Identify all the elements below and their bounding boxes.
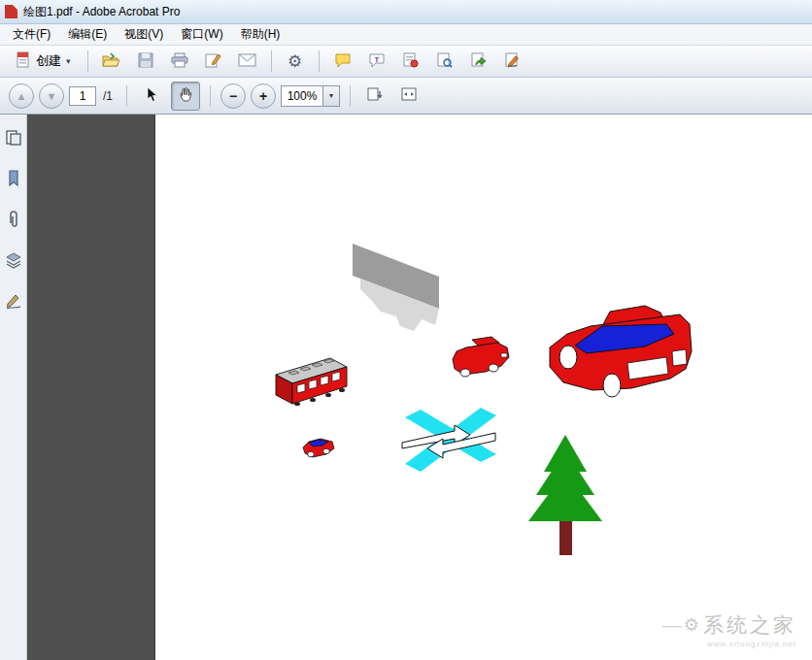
page-thumbnails-icon [5,129,22,147]
compose-pencil-icon [205,52,221,71]
comment-bubble-icon [334,52,352,71]
menu-view[interactable]: 视图(V) [116,23,172,46]
main-toolbar: 创建 ▾ ⚙ T [0,46,812,78]
sticky-note-button[interactable] [327,48,358,75]
sign-button[interactable] [497,48,528,75]
text-edits-button[interactable]: T [361,48,392,75]
layers-panel-button[interactable] [4,250,23,270]
envelope-icon [238,53,256,70]
create-caret-icon: ▾ [66,56,71,66]
bookmark-icon [6,170,21,187]
signatures-panel-button[interactable] [4,291,23,311]
page-thumbnails-panel-button[interactable] [4,128,23,148]
watermark: — ⚙ 系统之家 www.xitongzhijia.net [662,611,796,648]
select-cursor-icon [145,86,158,106]
previous-page-button[interactable]: ▲ [9,83,34,109]
svg-text:T: T [374,54,379,63]
gear-icon: ⚙ [288,53,302,70]
preferences-button[interactable]: ⚙ [280,48,311,75]
next-page-button[interactable]: ▼ [39,83,64,109]
chevron-down-icon: ▾ [322,86,339,106]
search-doc-icon [436,52,453,71]
open-file-button[interactable] [96,48,127,75]
paperclip-icon [7,210,20,229]
scrolling-page-icon [366,86,384,105]
page-count-label: /1 [103,89,113,103]
toolbar-separator [319,50,320,72]
menu-edit[interactable]: 编辑(E) [59,23,116,46]
small-red-car-drawing [453,337,509,377]
toolbar-separator [87,50,88,72]
road-crossing-drawing [402,408,496,472]
toolbar-separator [350,85,351,107]
watermark-dash: — [662,614,680,637]
zoom-out-button[interactable]: − [220,83,246,109]
plus-icon: + [259,88,267,104]
print-button[interactable] [164,48,195,75]
save-floppy-icon [138,52,153,71]
signature-pen-icon [5,292,22,310]
zoom-in-button[interactable]: + [251,83,276,109]
watermark-subtext: www.xitongzhijia.net [707,640,796,648]
menu-bar: 文件(F) 编辑(E) 视图(V) 窗口(W) 帮助(H) [0,24,812,46]
menu-help[interactable]: 帮助(H) [232,23,289,46]
page-navigation-toolbar: ▲ ▼ /1 − + 100% ▾ [0,78,812,115]
layers-icon [5,251,22,269]
fit-page-icon [400,86,418,105]
scrolling-mode-button[interactable] [360,82,389,111]
open-folder-icon [102,52,120,71]
email-button[interactable] [232,48,263,75]
pine-tree-drawing [528,435,602,555]
toolbar-separator [126,85,127,107]
hand-tool-button[interactable] [171,82,200,111]
toolbar-separator [271,50,272,72]
stamp-tool-button[interactable] [395,48,426,75]
find-comment-button[interactable] [429,48,460,75]
navigation-pane-strip [0,115,27,660]
window-title: 绘图1.pdf - Adobe Acrobat Pro [23,4,180,20]
sign-pen-icon [504,52,521,71]
large-red-car-drawing [550,306,692,397]
watermark-gear-icon: ⚙ [684,614,699,636]
create-button[interactable]: 创建 ▾ [6,48,80,75]
minus-icon: − [229,88,237,104]
title-bar: 绘图1.pdf - Adobe Acrobat Pro [0,0,812,24]
tiny-red-car-drawing [303,439,334,457]
menu-file[interactable]: 文件(F) [4,23,59,46]
share-button[interactable] [463,48,494,75]
red-train-drawing [276,358,347,406]
gray-truck-drawing [353,244,439,331]
navigation-pane[interactable] [27,115,155,660]
menu-window[interactable]: 窗口(W) [172,23,231,46]
zoom-level-value: 100% [282,89,322,103]
arrow-down-icon: ▼ [47,90,57,102]
watermark-text: 系统之家 [703,611,796,639]
create-button-label: 创建 [36,52,61,70]
arrow-up-icon: ▲ [17,90,27,102]
select-tool-button[interactable] [137,82,166,111]
zoom-level-dropdown[interactable]: 100% ▾ [281,85,340,107]
acrobat-app-icon [5,5,17,18]
create-document-icon [15,51,31,71]
bookmarks-panel-button[interactable] [4,169,23,188]
fit-page-button[interactable] [394,82,423,111]
attachments-panel-button[interactable] [4,210,23,229]
stamp-doc-icon [402,52,419,71]
save-file-button[interactable] [130,48,161,75]
hand-tool-icon [178,86,193,106]
text-edit-bubble-icon: T [368,52,386,71]
send-for-signature-button[interactable] [198,48,229,75]
toolbar-separator [210,85,211,107]
printer-icon [171,52,188,71]
document-artwork [155,115,812,660]
page-number-input[interactable] [69,86,96,106]
share-arrow-icon [470,52,487,71]
